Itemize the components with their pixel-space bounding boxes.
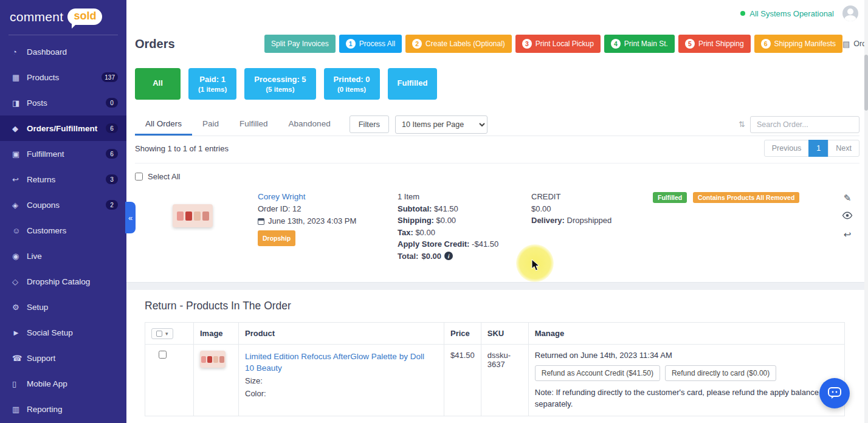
previous-page-button[interactable]: Previous — [764, 140, 810, 157]
sidebar-item-mobile-app[interactable]: ▯ Mobile App — [0, 371, 126, 396]
tab-all-orders[interactable]: All Orders — [135, 113, 192, 136]
refund-account-credit-button[interactable]: Refund as Account Credit ($41.50) — [535, 365, 660, 381]
tab-abandoned[interactable]: Abandoned — [278, 113, 341, 136]
logo-bubble-sold: sold — [67, 9, 102, 25]
fulfillment-icon: ▣ — [12, 150, 27, 159]
order-actions: ✎ ↩ — [835, 191, 859, 262]
product-size: Size: — [245, 375, 438, 387]
filter-fulfilled-button[interactable]: Fulfilled — [388, 68, 438, 100]
payment-amount: $0.00 — [531, 203, 653, 215]
returns-icon: ↩ — [12, 175, 27, 184]
column-header-manage: Manage — [528, 323, 844, 345]
sort-icon[interactable]: ⇅ — [739, 120, 745, 129]
dropship-badge: Dropship — [258, 230, 295, 246]
coupons-icon: ◈ — [12, 201, 27, 210]
sidebar-item-social-setup[interactable]: ► Social Setup — [0, 320, 126, 345]
split-pay-invoices-button[interactable]: Split Pay Invoices — [264, 35, 336, 53]
sidebar-item-products[interactable]: ▦ Products 137 — [0, 64, 126, 90]
filter-processing-button[interactable]: Processing: 5 (5 items) — [244, 68, 315, 100]
edit-order-icon[interactable]: ✎ — [844, 193, 852, 202]
sidebar-item-dashboard[interactable]: ◔ Dashboard — [0, 39, 126, 64]
step-3-icon: 3 — [522, 39, 532, 49]
chat-bubble-icon — [827, 386, 842, 401]
step-1-icon: 1 — [346, 39, 356, 49]
sidebar-collapse-button[interactable]: « — [125, 202, 136, 233]
tab-paid[interactable]: Paid — [192, 113, 229, 136]
orders-count-badge: 6 — [106, 123, 118, 133]
logo-text-comment: comment — [10, 10, 63, 24]
order-row: Corey Wright Order ID: 12 June 13th, 202… — [135, 186, 859, 262]
row-checkbox[interactable] — [159, 351, 167, 359]
filters-button[interactable]: Filters — [350, 115, 389, 133]
item-count: 1 Item — [398, 191, 531, 203]
tab-fulfilled[interactable]: Fulfilled — [229, 113, 278, 136]
filter-printed-button[interactable]: Printed: 0 (0 items) — [324, 68, 380, 100]
print-local-pickup-button[interactable]: 3 Print Local Pickup — [515, 35, 601, 53]
view-order-icon[interactable] — [842, 212, 853, 221]
sidebar-item-reporting[interactable]: ▥ Reporting — [0, 396, 126, 422]
refund-to-card-button[interactable]: Refund directly to card ($0.00) — [665, 365, 776, 381]
commentsold-logo[interactable]: comment sold — [0, 0, 126, 30]
column-header-image: Image — [194, 323, 239, 345]
shipping-manifests-button[interactable]: 6 Shipping Manifests — [754, 35, 842, 53]
order-action-buttons: Split Pay Invoices 1 Process All 2 Creat… — [264, 35, 842, 53]
tax-line: Tax: $0.00 — [398, 227, 531, 239]
select-rows-dropdown[interactable]: ▾ — [151, 328, 173, 339]
table-row: Limited Edition Refocus AfterGlow Palett… — [145, 345, 845, 416]
row-image-cell — [194, 345, 239, 416]
customer-name-link[interactable]: Corey Wright — [258, 192, 306, 201]
row-sku-cell: dssku-3637 — [481, 345, 528, 416]
product-name-link[interactable]: Limited Edition Refocus AfterGlow Palett… — [245, 351, 427, 374]
delivery-line: Delivery: Dropshipped — [531, 215, 653, 227]
search-order-input[interactable] — [750, 116, 859, 133]
sidebar-item-dropship-catalog[interactable]: ◇ Dropship Catalog — [0, 269, 126, 294]
column-header-price: Price — [444, 323, 481, 345]
items-per-page-select[interactable]: 10 Items per Page — [395, 115, 487, 134]
refund-note: Note: If refunding directly to the custo… — [535, 387, 821, 410]
dashboard-icon: ◔ — [12, 47, 27, 57]
topbar: All Systems Operational — [126, 0, 868, 27]
divider — [9, 35, 118, 35]
chevron-down-icon: ▾ — [165, 331, 168, 337]
sidebar-nav: ◔ Dashboard ▦ Products 137 ◨ Posts 0 ◆ O… — [0, 39, 126, 422]
info-icon[interactable]: i — [444, 252, 453, 260]
order-customer-cell: Corey Wright Order ID: 12 June 13th, 202… — [258, 191, 398, 262]
sidebar-item-posts[interactable]: ◨ Posts 0 — [0, 90, 126, 115]
sidebar-item-coupons[interactable]: ◈ Coupons 2 — [0, 192, 126, 218]
showing-row: Showing 1 to 1 of 1 entries Previous 1 N… — [135, 140, 859, 163]
user-avatar[interactable] — [842, 5, 858, 21]
orders-tab-row: All Orders Paid Fulfilled Abandoned Filt… — [135, 113, 859, 136]
process-all-button[interactable]: 1 Process All — [339, 35, 402, 53]
sidebar-item-setup[interactable]: ⚙ Setup — [0, 294, 126, 320]
print-main-st-button[interactable]: 4 Print Main St. — [604, 35, 675, 53]
page-1-button[interactable]: 1 — [808, 140, 828, 157]
sidebar-item-support[interactable]: ☎ Support — [0, 345, 126, 371]
create-labels-button[interactable]: 2 Create Labels (Optional) — [405, 35, 512, 53]
column-header-sku: SKU — [481, 323, 528, 345]
status-filter-row: All Paid: 1 (1 items) Processing: 5 (5 i… — [135, 68, 859, 100]
products-removed-badge: Contains Products All Removed — [693, 192, 799, 203]
sidebar-item-live[interactable]: ◉ Live — [0, 243, 126, 269]
filter-paid-button[interactable]: Paid: 1 (1 items) — [188, 68, 236, 100]
filter-all-button[interactable]: All — [135, 68, 181, 100]
scrollbar-thumb[interactable] — [864, 55, 868, 111]
total-line: Total: $0.00 i — [398, 250, 531, 263]
order-finance-cell: 1 Item Subtotal: $41.50 Shipping: $0.00 … — [398, 191, 531, 262]
live-icon: ◉ — [12, 252, 27, 261]
chat-widget-button[interactable] — [819, 378, 850, 408]
return-products-table: ▾ Image Product Price SKU Manage — [145, 322, 845, 416]
mobile-app-icon: ▯ — [12, 379, 27, 388]
sidebar-item-fulfillment[interactable]: ▣ Fulfillment 6 — [0, 141, 126, 167]
next-page-button[interactable]: Next — [828, 140, 859, 157]
product-thumbnail[interactable] — [173, 204, 213, 227]
sidebar-item-customers[interactable]: ☺ Customers — [0, 218, 126, 243]
product-thumbnail[interactable] — [200, 351, 226, 368]
print-shipping-button[interactable]: 5 Print Shipping — [678, 35, 751, 53]
sidebar-item-returns[interactable]: ↩ Returns 3 — [0, 167, 126, 192]
select-all-checkbox[interactable] — [135, 173, 143, 181]
reporting-icon: ▥ — [12, 405, 27, 414]
sidebar-item-orders-fulfillment[interactable]: ◆ Orders/Fulfillment 6 — [0, 115, 126, 141]
order-payment-cell: CREDIT $0.00 Delivery: Dropshipped — [531, 191, 653, 262]
return-order-icon[interactable]: ↩ — [844, 230, 852, 239]
setup-gear-icon: ⚙ — [12, 303, 27, 312]
